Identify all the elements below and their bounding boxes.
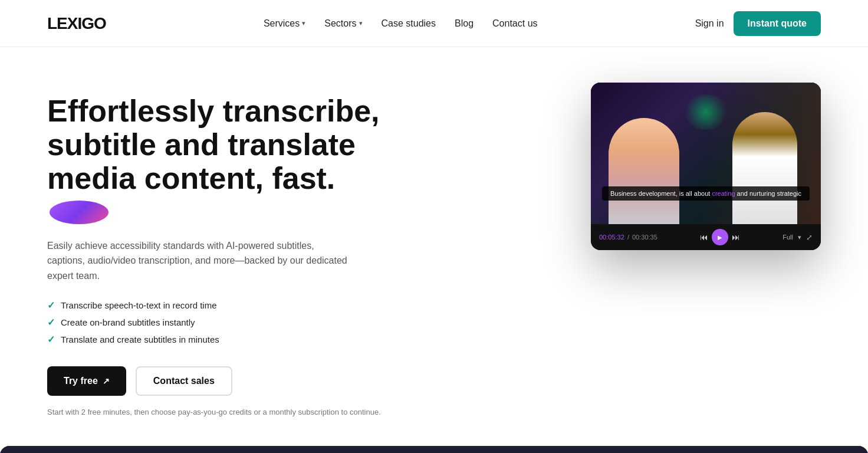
video-screen: Business development, is all about creat…	[591, 83, 821, 224]
quality-chevron-icon: ▾	[798, 234, 801, 241]
nav-links: Services ▾ Sectors ▾ Case studies Blog C…	[264, 18, 538, 29]
subtitle-bar: Business development, is all about creat…	[602, 186, 810, 201]
skip-forward-icon[interactable]: ⏭	[732, 232, 740, 242]
hero-buttons: Try free ↗ Contact sales	[47, 366, 425, 396]
services-chevron-icon: ▾	[302, 19, 305, 27]
headline-text: Effortlessly transcribe, subtitle and tr…	[47, 94, 425, 196]
instant-quote-button[interactable]: Instant quote	[734, 11, 821, 36]
checklist-item-3: ✓ Translate and create subtitles in minu…	[47, 334, 425, 345]
nav-case-studies[interactable]: Case studies	[382, 18, 436, 29]
quality-selector[interactable]: Full	[782, 234, 793, 241]
person-left	[609, 118, 679, 224]
arrow-icon: ↗	[103, 376, 110, 386]
nav-actions: Sign in Instant quote	[695, 11, 821, 36]
video-background: Business development, is all about creat…	[591, 83, 821, 224]
play-icon: ▶	[718, 234, 722, 241]
skip-back-icon[interactable]: ⏮	[700, 232, 708, 242]
hero-right: Business development, is all about creat…	[425, 83, 821, 250]
hero-subtext: Easily achieve accessibility standards w…	[47, 238, 354, 284]
try-free-button[interactable]: Try free ↗	[47, 366, 126, 396]
timeline-container: ⊕ Add media | ✂ Split | 🎤 Voiceover ⊖ ⊕ …	[0, 446, 868, 453]
nav-sectors[interactable]: Sectors ▾	[324, 18, 362, 29]
sign-in-button[interactable]: Sign in	[695, 18, 724, 29]
checklist-item-1: ✓ Transcribe speech-to-text in record ti…	[47, 300, 425, 311]
expand-icon[interactable]: ⤢	[806, 233, 813, 242]
contact-sales-button[interactable]: Contact sales	[136, 366, 232, 396]
nav-contact[interactable]: Contact us	[492, 18, 537, 29]
video-people	[591, 83, 821, 224]
video-controls: 00:05:32 / 00:30:35 ⏮ ▶ ⏭ Full ▾ ⤢	[591, 224, 821, 250]
playback-controls: ⏮ ▶ ⏭	[700, 229, 740, 245]
hero-section: Effortlessly transcribe, subtitle and tr…	[0, 47, 868, 416]
hero-headline: Effortlessly transcribe, subtitle and tr…	[47, 94, 425, 224]
checklist-item-2: ✓ Create on-brand subtitles instantly	[47, 317, 425, 328]
person-right	[732, 112, 797, 224]
video-player: Business development, is all about creat…	[591, 83, 821, 250]
hero-left: Effortlessly transcribe, subtitle and tr…	[47, 94, 425, 416]
check-icon-1: ✓	[47, 300, 55, 311]
nav-blog[interactable]: Blog	[455, 18, 474, 29]
nav-services[interactable]: Services ▾	[264, 18, 305, 29]
hero-checklist: ✓ Transcribe speech-to-text in record ti…	[47, 300, 425, 345]
play-button[interactable]: ▶	[712, 229, 728, 245]
sectors-chevron-icon: ▾	[359, 19, 363, 27]
time-display: 00:05:32 / 00:30:35	[599, 234, 657, 241]
check-icon-3: ✓	[47, 334, 55, 345]
navbar: LEXIGO Services ▾ Sectors ▾ Case studies…	[0, 0, 868, 47]
timeline-toolbar: ⊕ Add media | ✂ Split | 🎤 Voiceover ⊖ ⊕	[0, 446, 868, 453]
decorative-blob	[50, 201, 108, 224]
hero-note: Start with 2 free minutes, then choose p…	[47, 408, 425, 416]
logo[interactable]: LEXIGO	[47, 14, 106, 33]
check-icon-2: ✓	[47, 317, 55, 328]
